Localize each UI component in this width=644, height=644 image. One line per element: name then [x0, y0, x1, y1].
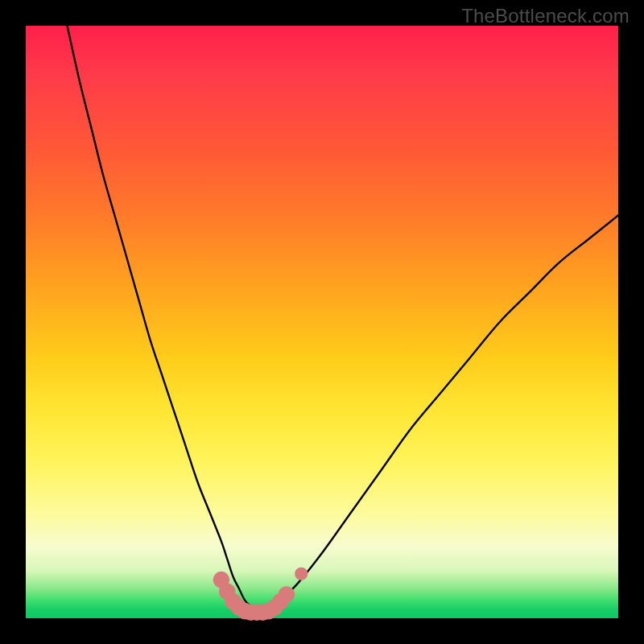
bottleneck-curve-svg: [26, 26, 618, 618]
curve-markers: [213, 568, 308, 621]
bottleneck-curve: [68, 26, 618, 613]
chart-frame: TheBottleneck.com: [0, 0, 644, 644]
curve-marker: [295, 568, 308, 580]
watermark-text: TheBottleneck.com: [461, 5, 630, 27]
plot-area: [26, 26, 618, 618]
curve-marker: [279, 586, 295, 603]
